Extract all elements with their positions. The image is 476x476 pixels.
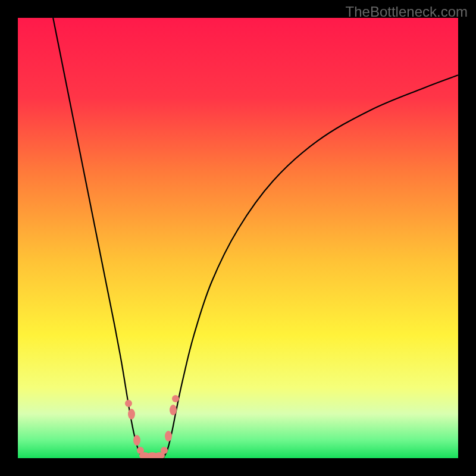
- data-marker: [172, 395, 179, 402]
- curve-right-arm: [163, 75, 458, 458]
- attribution-label: TheBottleneck.com: [346, 4, 468, 20]
- data-marker: [125, 400, 132, 407]
- chart-container: TheBottleneck.com: [0, 0, 476, 476]
- data-marker: [161, 447, 168, 454]
- curve-left-arm: [53, 18, 143, 458]
- data-marker: [128, 409, 135, 419]
- data-marker: [165, 431, 172, 441]
- data-marker: [133, 435, 140, 446]
- plot-area: [18, 18, 458, 458]
- curve-layer: [18, 18, 458, 458]
- data-marker: [170, 405, 177, 415]
